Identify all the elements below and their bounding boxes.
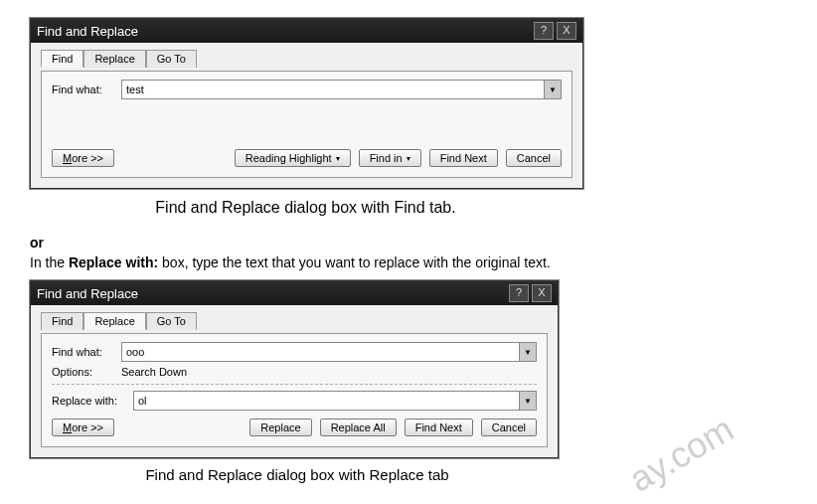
- titlebar-buttons: ? X: [534, 22, 576, 40]
- tab-strip: Find Replace Go To: [41, 49, 572, 67]
- tab-find[interactable]: Find: [41, 312, 83, 330]
- chevron-down-icon: ▾: [407, 154, 410, 163]
- window-title: Find and Replace: [37, 286, 138, 301]
- find-replace-dialog-find: Find and Replace ? X Find Replace Go To …: [30, 18, 583, 189]
- titlebar-buttons: ? X: [509, 284, 552, 302]
- chevron-down-icon[interactable]: ▼: [519, 392, 536, 410]
- chevron-down-icon[interactable]: ▼: [544, 81, 561, 98]
- close-button[interactable]: X: [557, 22, 576, 40]
- chevron-down-icon: ▾: [336, 154, 340, 163]
- find-what-value: test: [126, 84, 144, 95]
- help-button[interactable]: ?: [534, 22, 554, 40]
- find-next-button[interactable]: Find Next: [429, 149, 498, 167]
- window-title: Find and Replace: [37, 24, 138, 39]
- find-what-label: Find what:: [52, 346, 111, 358]
- chevron-down-icon[interactable]: ▼: [519, 343, 536, 361]
- options-row: Options: Search Down: [52, 366, 537, 378]
- find-what-row: Find what: test ▼: [52, 80, 562, 99]
- instruction-text: In the Replace with: box, type the text …: [30, 254, 787, 270]
- tab-find[interactable]: Find: [41, 50, 83, 68]
- find-what-value: ooo: [126, 346, 144, 358]
- tab-replace[interactable]: Replace: [83, 312, 145, 330]
- separator: [52, 384, 537, 385]
- find-what-label: Find what:: [52, 84, 111, 95]
- replace-with-label: Replace with:: [52, 395, 123, 407]
- button-row: More >> Reading Highlight▾ Find in▾ Find…: [52, 149, 562, 167]
- tab-replace[interactable]: Replace: [83, 50, 145, 68]
- tab-panel-find: Find what: test ▼ More >> Reading Highli…: [41, 71, 572, 178]
- dialog-body: Find Replace Go To Find what: test ▼ Mor…: [31, 43, 582, 188]
- more-button[interactable]: More >>: [52, 419, 114, 436]
- cancel-button[interactable]: Cancel: [481, 419, 537, 436]
- replace-all-button[interactable]: Replace All: [320, 419, 397, 436]
- figure-caption: Find and Replace dialog box with Find ta…: [30, 199, 581, 217]
- replace-with-input[interactable]: ol ▼: [133, 391, 537, 411]
- titlebar: Find and Replace ? X: [31, 19, 582, 43]
- button-row: More >> Replace Replace All Find Next Ca…: [52, 419, 537, 436]
- cancel-button[interactable]: Cancel: [506, 149, 562, 167]
- find-next-button[interactable]: Find Next: [405, 419, 473, 436]
- options-value: Search Down: [121, 366, 187, 378]
- tab-goto[interactable]: Go To: [146, 312, 197, 330]
- more-button[interactable]: More >>: [52, 149, 114, 167]
- replace-with-row: Replace with: ol ▼: [52, 391, 537, 411]
- reading-highlight-button[interactable]: Reading Highlight▾: [235, 149, 351, 167]
- options-label: Options:: [52, 366, 111, 378]
- replace-button[interactable]: Replace: [249, 419, 311, 436]
- or-text: or: [30, 235, 787, 251]
- tab-goto[interactable]: Go To: [146, 50, 197, 68]
- watermark: ay.com: [622, 408, 740, 500]
- replace-with-value: ol: [138, 395, 147, 407]
- titlebar: Find and Replace ? X: [31, 281, 558, 305]
- find-what-input[interactable]: test ▼: [121, 80, 562, 99]
- tab-panel-replace: Find what: ooo ▼ Options: Search Down Re…: [41, 333, 548, 447]
- figure-caption: Find and Replace dialog box with Replace…: [34, 466, 561, 483]
- tab-strip: Find Replace Go To: [41, 311, 548, 329]
- find-replace-dialog-replace: Find and Replace ? X Find Replace Go To …: [30, 280, 559, 458]
- find-what-row: Find what: ooo ▼: [52, 342, 537, 362]
- find-what-input[interactable]: ooo ▼: [121, 342, 537, 362]
- close-button[interactable]: X: [532, 284, 552, 302]
- dialog-body: Find Replace Go To Find what: ooo ▼ Opti…: [31, 305, 558, 457]
- find-in-button[interactable]: Find in▾: [359, 149, 421, 167]
- help-button[interactable]: ?: [509, 284, 529, 302]
